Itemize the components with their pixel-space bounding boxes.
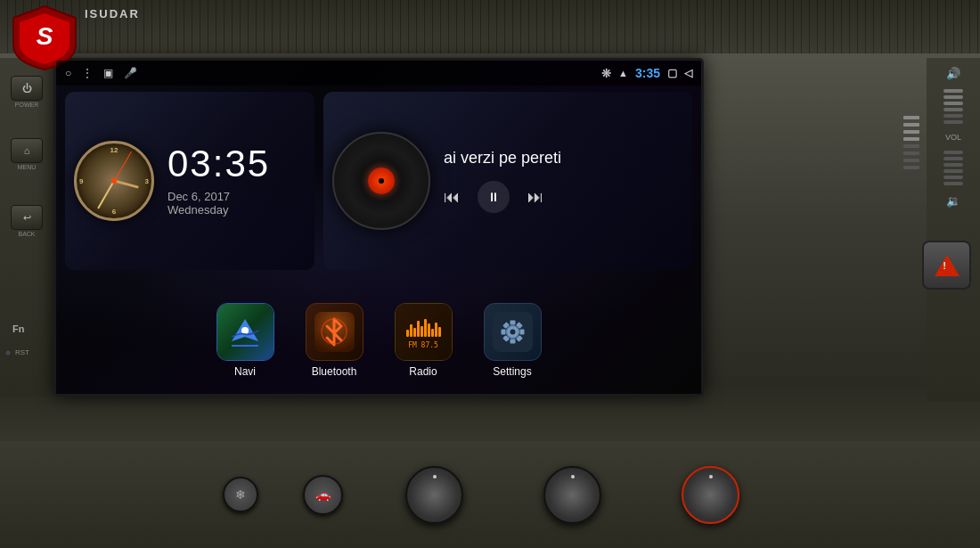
- navi-map-bg: [217, 304, 274, 360]
- digital-date: Dec 6, 2017 Wednesday: [167, 190, 270, 217]
- svg-point-6: [510, 330, 515, 335]
- bottom-controls: ❄ 🚗: [0, 441, 980, 548]
- prev-button[interactable]: ⏮: [444, 188, 460, 207]
- widgets-area: 12 3 6 9 03:35 Dec 6, 2017: [65, 92, 692, 288]
- power-button[interactable]: ⏻ POWER: [4, 76, 49, 108]
- radio-icon: FM 87.5: [395, 303, 453, 361]
- back-button[interactable]: ↩ BACK: [4, 205, 49, 237]
- svg-text:S: S: [37, 22, 53, 50]
- hazard-triangle-icon: [935, 255, 960, 276]
- analog-clock: 12 3 6 9: [74, 141, 154, 221]
- vol-down-icon: 🔉: [946, 194, 960, 208]
- clock-widget: 12 3 6 9 03:35 Dec 6, 2017: [65, 92, 314, 270]
- app-radio[interactable]: FM 87.5 Radio: [388, 303, 459, 378]
- ac-button[interactable]: ❄: [223, 477, 258, 512]
- bluetooth-icon: [306, 303, 363, 361]
- vol-bar-3: [903, 130, 919, 134]
- radio-display: FM 87.5: [396, 304, 452, 360]
- second-hand: [114, 151, 132, 181]
- bluetooth-label: Bluetooth: [312, 365, 357, 378]
- minute-hand: [97, 181, 115, 209]
- app-bluetooth[interactable]: Bluetooth: [298, 303, 370, 378]
- vol-bar-2: [903, 123, 919, 127]
- settings-icon: [484, 303, 542, 361]
- main-screen: ○ ⋮ ▣ 🎤 ❊ ▲ 3:35 ▢ ◁: [53, 58, 704, 397]
- rst-button[interactable]: RST: [4, 348, 29, 356]
- right-knob[interactable]: [682, 466, 739, 524]
- vol-bar-4: [903, 137, 919, 141]
- clock-center: [111, 178, 117, 184]
- settings-label: Settings: [493, 365, 531, 378]
- hour-hand: [114, 180, 139, 189]
- volume-indicator: [943, 89, 963, 124]
- brand-name: ISUDAR: [85, 7, 140, 20]
- right-vol-bars: [903, 116, 919, 169]
- status-time: 3:35: [635, 66, 660, 80]
- ac-icon: ❄: [235, 487, 246, 502]
- pause-button[interactable]: ⏸: [478, 181, 510, 213]
- car-lock-button[interactable]: 🚗: [303, 475, 343, 515]
- vol-bar-7: [903, 159, 919, 162]
- vinyl-record: [332, 132, 430, 230]
- dashboard: S ISUDAR ⏻ POWER ⌂ MENU ↩ BACK Fn RST: [0, 0, 980, 548]
- navi-icon: [216, 303, 274, 361]
- vol-bar-1: [903, 116, 919, 119]
- hazard-button[interactable]: [922, 241, 971, 290]
- fn-label: Fn: [12, 323, 24, 334]
- app-settings[interactable]: Settings: [477, 303, 548, 378]
- vol-bar-6: [903, 151, 919, 155]
- svg-rect-11: [510, 339, 515, 344]
- vol-bar-5: [903, 144, 919, 148]
- app-navi[interactable]: Navi: [209, 303, 281, 378]
- top-vent: [0, 0, 980, 53]
- apps-area: Navi: [65, 296, 692, 385]
- status-bar: ○ ⋮ ▣ 🎤 ❊ ▲ 3:35 ▢ ◁: [56, 61, 701, 86]
- digital-info: 03:35 Dec 6, 2017 Wednesday: [167, 145, 270, 217]
- music-controls: ⏮ ⏸ ⏭: [444, 181, 683, 213]
- music-title: ai verzi pe pereti: [444, 149, 683, 168]
- svg-rect-7: [510, 321, 515, 325]
- screenshot-icon: ▣: [103, 67, 113, 79]
- radio-label: Radio: [409, 365, 437, 378]
- volume-indicator-lower: [943, 151, 963, 185]
- bluetooth-status-icon: ❊: [601, 67, 611, 80]
- window-icon: ▢: [667, 67, 677, 79]
- mic-icon: 🎤: [124, 67, 137, 79]
- vol-bar-8: [903, 166, 919, 169]
- back-nav-icon: ◁: [684, 67, 692, 79]
- left-knob[interactable]: [405, 466, 463, 524]
- svg-rect-13: [501, 330, 505, 335]
- music-widget: ai verzi pe pereti ⏮ ⏸ ⏭: [323, 92, 692, 270]
- dots-icon: ⋮: [82, 67, 93, 79]
- wifi-status-icon: ▲: [618, 68, 628, 78]
- left-side-panel: ⏻ POWER ⌂ MENU ↩ BACK Fn RST: [0, 58, 53, 397]
- vol-up-icon: 🔊: [946, 67, 960, 80]
- next-button[interactable]: ⏭: [527, 188, 543, 207]
- svg-rect-9: [519, 330, 524, 335]
- car-lock-icon: 🚗: [315, 487, 331, 502]
- center-knob[interactable]: [543, 466, 601, 524]
- vol-label: VOL: [945, 133, 961, 142]
- circle-icon: ○: [65, 67, 71, 79]
- digital-time: 03:35: [167, 145, 270, 183]
- navi-label: Navi: [234, 365, 256, 378]
- music-info: ai verzi pe pereti ⏮ ⏸ ⏭: [444, 149, 683, 213]
- right-panel: 🔊 VOL 🔉: [927, 58, 980, 401]
- menu-button[interactable]: ⌂ MENU: [4, 138, 49, 170]
